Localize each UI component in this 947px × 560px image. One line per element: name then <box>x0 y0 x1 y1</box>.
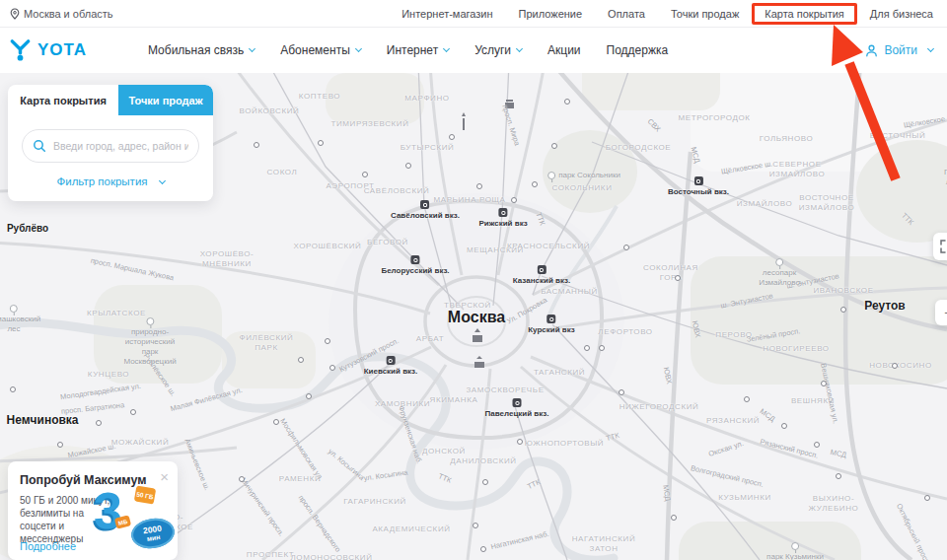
topbar-link-4-highlighted[interactable]: Карта покрытия <box>752 3 857 25</box>
main-navigation: YOTA Мобильная связьАбонементыИнтернетУс… <box>0 28 947 73</box>
promo-card: Попробуй Максимум × 50 ГБ и 2000 минут, … <box>8 461 178 560</box>
yota-logo[interactable]: YOTA <box>8 37 87 63</box>
chevron-down-icon <box>249 45 255 52</box>
map-panel: Карта покрытияТочки продаж Фильтр покрыт… <box>8 85 213 201</box>
promo-gb-badge: 50 ГБ <box>134 485 156 504</box>
nav-item-label: Поддержка <box>607 43 669 57</box>
fullscreen-button[interactable] <box>933 233 947 260</box>
nav-item-label: Абонементы <box>280 43 350 57</box>
nav-item-label: Мобильная связь <box>148 43 244 57</box>
zoom-out-button[interactable]: − <box>935 300 947 325</box>
topbar: Москва и область Интернет-магазинПриложе… <box>0 0 947 28</box>
promo-mb-badge: МБ <box>114 515 131 528</box>
topbar-link-5[interactable]: Для бизнеса <box>870 8 933 20</box>
nav-items: Мобильная связьАбонементыИнтернетУслугиА… <box>148 43 668 57</box>
search-box <box>22 129 199 163</box>
nav-item-label: Интернет <box>387 43 438 57</box>
topbar-links: Интернет-магазинПриложениеОплатаТочки пр… <box>401 8 933 20</box>
fullscreen-icon <box>940 240 947 253</box>
tab-1-active[interactable]: Точки продаж <box>118 85 213 115</box>
user-icon <box>864 43 879 58</box>
yota-logo-icon <box>8 37 33 63</box>
nav-item-4[interactable]: Акции <box>547 43 581 57</box>
topbar-link-0[interactable]: Интернет-магазин <box>401 8 492 20</box>
close-icon[interactable]: × <box>160 469 169 484</box>
yota-logo-text: YOTA <box>37 40 87 60</box>
promo-details-link[interactable]: Подробнее <box>20 540 76 552</box>
location-pin-icon <box>10 8 20 20</box>
search-icon <box>33 139 46 153</box>
tab-0[interactable]: Карта покрытия <box>8 85 118 115</box>
panel-tabs: Карта покрытияТочки продаж <box>8 85 213 115</box>
promo-minutes-unit: мин <box>146 533 161 542</box>
yota-coverage-page: Москва и область Интернет-магазинПриложе… <box>0 0 947 560</box>
nav-item-label: Услуги <box>474 43 511 57</box>
promo-title: Попробуй Максимум <box>20 473 166 487</box>
chevron-down-icon <box>927 45 934 52</box>
coverage-filter-button[interactable]: Фильтр покрытия <box>8 175 213 187</box>
topbar-link-2[interactable]: Оплата <box>608 8 645 20</box>
chevron-down-icon <box>355 45 362 52</box>
nav-item-3[interactable]: Услуги <box>474 43 522 57</box>
promo-minutes-badge: 2000 мин <box>129 516 177 551</box>
nav-item-5[interactable]: Поддержка <box>607 43 669 57</box>
search-input[interactable] <box>53 140 188 152</box>
chevron-down-icon <box>443 45 450 52</box>
chevron-down-icon <box>158 176 165 183</box>
login-label: Войти <box>884 43 917 57</box>
filter-label: Фильтр покрытия <box>56 175 147 187</box>
region-label: Москва и область <box>24 8 113 20</box>
region-selector[interactable]: Москва и область <box>10 8 113 20</box>
promo-illustration: 3 50 ГБ МБ 2000 мин <box>92 487 175 552</box>
nav-item-label: Акции <box>547 43 581 57</box>
coverage-map[interactable]: ВОЙКОВСКИЙКОПТЕВОМАРФИНОТИМИРЯЗЕВСКИЙБУТ… <box>0 73 947 560</box>
chevron-down-icon <box>516 45 523 52</box>
topbar-link-3[interactable]: Точки продаж <box>671 8 739 20</box>
login-button[interactable]: Войти <box>864 43 933 58</box>
nav-item-0[interactable]: Мобильная связь <box>148 43 255 57</box>
topbar-link-1[interactable]: Приложение <box>519 8 583 20</box>
nav-item-2[interactable]: Интернет <box>387 43 449 57</box>
nav-item-1[interactable]: Абонементы <box>280 43 361 57</box>
